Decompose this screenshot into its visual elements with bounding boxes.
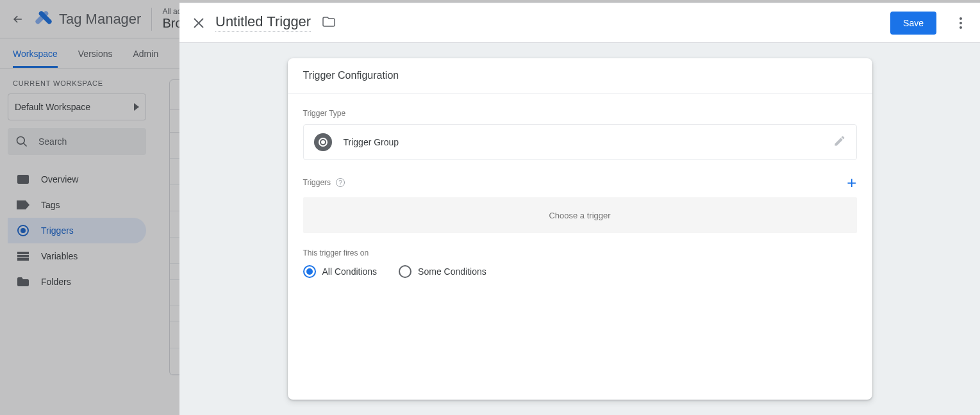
add-trigger-button[interactable]: + xyxy=(847,174,856,191)
radio-label: All Conditions xyxy=(322,266,378,277)
fires-on-label: This trigger fires on xyxy=(303,248,857,257)
folder-outline-icon[interactable] xyxy=(322,17,335,29)
help-icon[interactable]: ? xyxy=(336,178,345,187)
close-icon[interactable] xyxy=(191,15,206,31)
svg-point-14 xyxy=(959,26,962,29)
choose-trigger-button[interactable]: Choose a trigger xyxy=(303,197,857,233)
config-card-title: Trigger Configuration xyxy=(288,58,872,94)
more-menu-icon[interactable] xyxy=(953,15,968,31)
panel-header: Untitled Trigger Save xyxy=(179,3,980,43)
radio-some-conditions[interactable]: Some Conditions xyxy=(399,265,486,278)
radio-all-conditions[interactable]: All Conditions xyxy=(303,265,378,278)
pencil-icon[interactable] xyxy=(833,134,846,150)
svg-point-12 xyxy=(959,17,962,20)
trigger-type-value: Trigger Group xyxy=(344,137,822,147)
triggers-label: Triggers ? xyxy=(303,178,345,187)
radio-icon xyxy=(303,265,316,278)
radio-label: Some Conditions xyxy=(418,266,486,277)
trigger-type-row[interactable]: Trigger Group xyxy=(303,124,857,160)
svg-point-16 xyxy=(322,141,324,143)
svg-point-13 xyxy=(959,22,962,24)
radio-icon xyxy=(399,265,411,278)
trigger-name-input[interactable]: Untitled Trigger xyxy=(215,13,311,32)
trigger-type-label: Trigger Type xyxy=(303,109,857,118)
trigger-config-card: Trigger Configuration Trigger Type Trigg… xyxy=(288,58,872,400)
save-button[interactable]: Save xyxy=(890,12,936,35)
trigger-group-icon xyxy=(314,133,332,151)
trigger-editor-panel: Untitled Trigger Save Trigger Configurat… xyxy=(179,3,980,415)
